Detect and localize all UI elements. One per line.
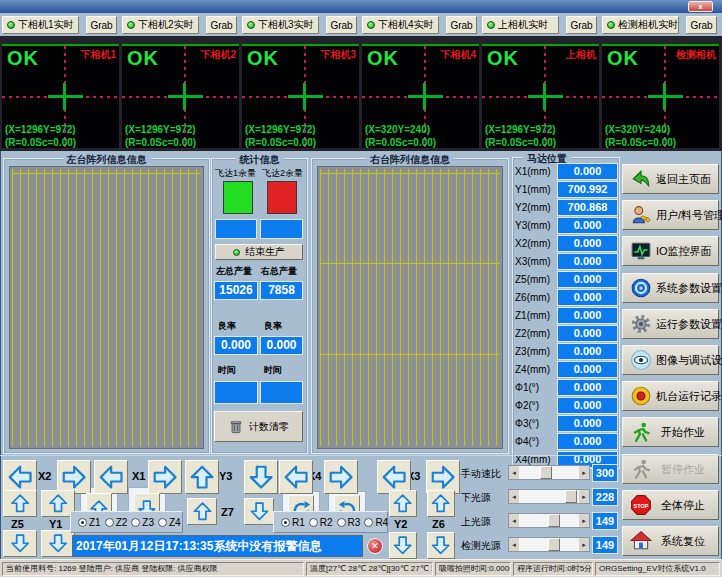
camera-rotation-scale-text: (R=0.0Sc=0.00)	[605, 137, 676, 148]
jog-Y3-up-button[interactable]	[185, 460, 219, 494]
axis-label-z7: Z7	[221, 506, 234, 518]
slider-track-0[interactable]: ◂ ▸	[508, 465, 590, 480]
jog-X4-left-button[interactable]	[279, 460, 313, 494]
camera-view-4[interactable]: OK 下相机4 (X=320Y=240) (R=0.0Sc=0.00)	[362, 44, 479, 148]
motor-axis-label: Φ4(°)	[515, 436, 557, 447]
nav-user-key-button[interactable]: 用户/料号管理	[622, 200, 719, 230]
jog-Y3-down-button[interactable]	[244, 460, 278, 494]
grab-button-5[interactable]: Grab	[566, 16, 597, 34]
clear-count-button[interactable]: 计数清零	[214, 411, 303, 442]
slider-right-arrow-icon[interactable]: ▸	[579, 514, 589, 527]
jog-X2-right-button[interactable]	[57, 460, 91, 494]
radio-Z4[interactable]: Z4	[158, 517, 181, 528]
nav-return-arrow-button[interactable]: 返回主页面	[622, 164, 719, 194]
slider-thumb[interactable]	[540, 466, 552, 479]
motor-axis-label: Φ3(°)	[515, 418, 557, 429]
motor-position-field: 0.000	[557, 163, 618, 180]
jog-X4-right-button[interactable]	[324, 460, 358, 494]
slider-thumb[interactable]	[548, 538, 560, 551]
nav-button-label: 图像与调试设置	[656, 353, 722, 368]
nav-system-target-button[interactable]: 系统参数设置	[622, 273, 719, 303]
radio-R4-label: R4	[375, 517, 388, 528]
jog-Z7-up-button[interactable]	[187, 498, 217, 525]
jog-Z7-down-button[interactable]	[244, 498, 274, 525]
camera-status-text: OK	[7, 47, 39, 70]
radio-Z1[interactable]: Z1	[78, 517, 101, 528]
radio-R4[interactable]: R4	[364, 517, 388, 528]
slider-right-arrow-icon[interactable]: ▸	[579, 466, 589, 479]
grab-button-3[interactable]: Grab	[326, 16, 357, 34]
slider-left-arrow-icon[interactable]: ◂	[509, 538, 519, 551]
motor-axis-label: Z3(mm)	[515, 346, 557, 357]
motor-position-field: 700.868	[557, 199, 618, 216]
nav-button-label: 系统参数设置	[656, 281, 722, 296]
radio-R2[interactable]: R2	[309, 517, 333, 528]
camera-live-button-3[interactable]: 下相机3实时	[242, 16, 319, 34]
slider-right-arrow-icon[interactable]: ▸	[579, 490, 589, 503]
motor-axis-label: Z6(mm)	[515, 292, 557, 303]
radio-Z3[interactable]: Z3	[131, 517, 154, 528]
feeder1-level-indicator	[223, 181, 253, 214]
camera-live-label: 下相机4实时	[378, 18, 434, 32]
camera-rotation-scale-text: (R=0.0Sc=0.00)	[365, 137, 436, 148]
radio-R1-label: R1	[292, 517, 305, 528]
radio-R3[interactable]: R3	[337, 517, 361, 528]
camera-live-button-1[interactable]: 下相机1实时	[2, 16, 79, 34]
slider-track-2[interactable]: ◂ ▸	[508, 513, 590, 528]
grab-button-2[interactable]: Grab	[206, 16, 237, 34]
camera-live-button-2[interactable]: 下相机2实时	[122, 16, 199, 34]
radio-R1[interactable]: R1	[281, 517, 305, 528]
camera-live-button-5[interactable]: 上相机实时	[482, 16, 559, 34]
jog-Y2-down-button[interactable]	[389, 532, 417, 559]
nav-button-label: 开始作业	[656, 425, 718, 440]
slider-track-1[interactable]: ◂ ▸	[508, 489, 590, 504]
camera-view-1[interactable]: OK 下相机1 (X=1296Y=972) (R=0.0Sc=0.00)	[2, 44, 119, 148]
grab-button-1[interactable]: Grab	[86, 16, 117, 34]
slider-track-3[interactable]: ◂ ▸	[508, 537, 590, 552]
message-close-icon[interactable]: ✕	[367, 538, 383, 554]
nav-io-monitor-button[interactable]: IO监控界面	[622, 236, 719, 266]
end-production-button[interactable]: 结束生产	[215, 244, 303, 260]
jog-X1-left-button[interactable]	[94, 460, 128, 494]
nav-eye-button[interactable]: 图像与调试设置	[622, 345, 719, 375]
slider-left-arrow-icon[interactable]: ◂	[509, 490, 519, 503]
slider-thumb[interactable]	[548, 514, 560, 527]
jog-X3-right-button[interactable]	[426, 460, 460, 494]
right-array-title: 右台阵列信息信息	[366, 153, 454, 167]
jog-X2-left-button[interactable]	[3, 460, 37, 494]
motor-axis-label: Φ1(°)	[515, 382, 557, 393]
motor-row: Z2(mm) 0.000	[515, 325, 618, 342]
slider-thumb[interactable]	[565, 490, 577, 503]
jog-Y2-up-button[interactable]	[389, 490, 417, 517]
alignment-cross-icon	[543, 83, 546, 110]
camera-live-button-6[interactable]: 检测相机实时	[602, 16, 679, 34]
jog-X1-right-button[interactable]	[148, 460, 182, 494]
slider-left-arrow-icon[interactable]: ◂	[509, 514, 519, 527]
camera-live-label: 检测相机实时	[618, 18, 678, 32]
radio-Z2[interactable]: Z2	[105, 517, 128, 528]
slider-left-arrow-icon[interactable]: ◂	[509, 466, 519, 479]
motor-position-field: 0.000	[557, 361, 618, 378]
camera-view-5[interactable]: OK 上相机 (X=1296Y=972) (R=0.0Sc=0.00)	[482, 44, 599, 148]
feeder1-label: 飞达1余量	[215, 167, 256, 180]
jog-Z6-up-button[interactable]	[427, 490, 455, 517]
window-close-button[interactable]: x	[688, 1, 713, 12]
nav-start-run-button[interactable]: 开始作业	[622, 417, 719, 447]
jog-Z5-up-button[interactable]	[3, 490, 37, 517]
jog-Z5-down-button[interactable]	[3, 530, 37, 557]
camera-live-button-4[interactable]: 下相机4实时	[362, 16, 439, 34]
slider-right-arrow-icon[interactable]: ▸	[579, 538, 589, 551]
radio-R2-circle	[309, 518, 318, 527]
nav-gear-button[interactable]: 运行参数设置	[622, 309, 719, 339]
grab-button-6[interactable]: Grab	[686, 16, 717, 34]
camera-rotation-scale-text: (R=0.0Sc=0.00)	[485, 137, 556, 148]
jog-Y1-down-button[interactable]	[41, 530, 75, 557]
nav-record-button[interactable]: 机台运行记录	[622, 381, 719, 411]
camera-view-6[interactable]: OK 检测相机 (X=320Y=240) (R=0.0Sc=0.00)	[602, 44, 719, 148]
camera-view-3[interactable]: OK 下相机3 (X=1296Y=972) (R=0.0Sc=0.00)	[242, 44, 359, 148]
jog-Z6-down-button[interactable]	[427, 532, 455, 559]
jog-X3-left-button[interactable]	[377, 460, 411, 494]
camera-view-2[interactable]: OK 下相机2 (X=1296Y=972) (R=0.0Sc=0.00)	[122, 44, 239, 148]
grab-button-4[interactable]: Grab	[446, 16, 477, 34]
grab-label: Grab	[450, 20, 472, 31]
